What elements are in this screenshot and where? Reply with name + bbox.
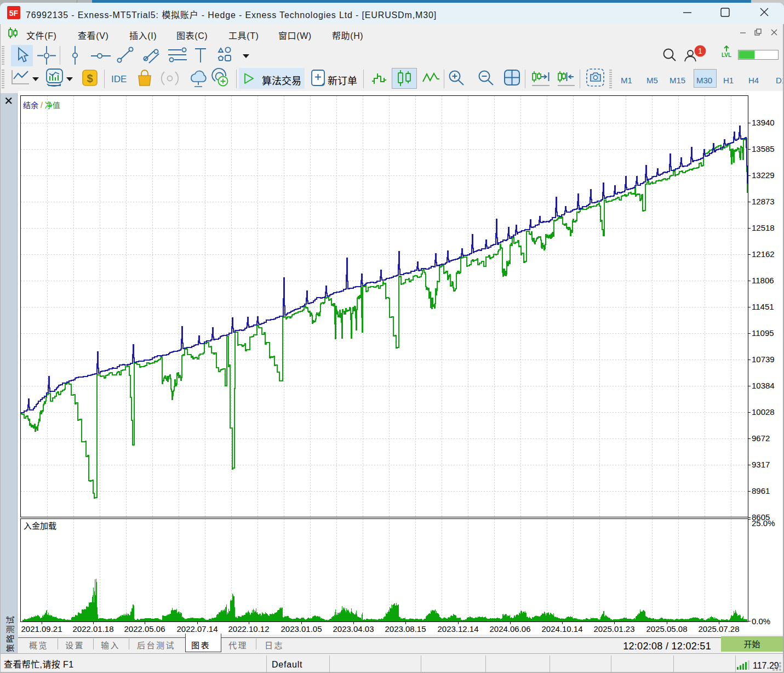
svg-text:2024.10.14: 2024.10.14 bbox=[541, 623, 582, 634]
svg-text:25.0%: 25.0% bbox=[752, 517, 775, 528]
svg-text:8961: 8961 bbox=[752, 484, 770, 496]
svg-text:2023.08.15: 2023.08.15 bbox=[385, 623, 426, 634]
svg-text:2022.07.14: 2022.07.14 bbox=[176, 623, 218, 634]
svg-text:2024.06.06: 2024.06.06 bbox=[489, 623, 530, 634]
svg-text:10384: 10384 bbox=[752, 379, 775, 391]
svg-text:9317: 9317 bbox=[752, 458, 770, 470]
svg-text:11451: 11451 bbox=[752, 300, 774, 312]
svg-text:10739: 10739 bbox=[752, 353, 775, 364]
svg-text:2022.05.06: 2022.05.06 bbox=[124, 623, 165, 634]
svg-text:10028: 10028 bbox=[752, 406, 775, 417]
svg-text:12162: 12162 bbox=[752, 248, 775, 259]
svg-text:2025.07.28: 2025.07.28 bbox=[698, 623, 739, 634]
svg-text:11806: 11806 bbox=[752, 274, 774, 286]
svg-text:12518: 12518 bbox=[752, 221, 775, 233]
svg-text:$: $ bbox=[87, 72, 93, 84]
svg-text:13940: 13940 bbox=[752, 116, 775, 128]
svg-text:2023.12.14: 2023.12.14 bbox=[437, 623, 478, 634]
svg-text:2023.01.05: 2023.01.05 bbox=[281, 623, 322, 634]
svg-text:2025.05.08: 2025.05.08 bbox=[646, 623, 687, 634]
svg-text:2022.01.18: 2022.01.18 bbox=[72, 623, 113, 634]
svg-text:13585: 13585 bbox=[752, 142, 775, 154]
svg-text:2023.04.03: 2023.04.03 bbox=[333, 623, 374, 634]
svg-text:12873: 12873 bbox=[752, 195, 775, 207]
svg-text:0.0%: 0.0% bbox=[752, 615, 770, 626]
svg-text:2021.09.21: 2021.09.21 bbox=[21, 623, 62, 634]
svg-text:9672: 9672 bbox=[752, 432, 770, 443]
svg-text:LVL: LVL bbox=[722, 52, 731, 58]
svg-text:2022.10.12: 2022.10.12 bbox=[228, 623, 269, 634]
svg-text:1: 1 bbox=[698, 47, 702, 55]
svg-text:2025.01.23: 2025.01.23 bbox=[593, 623, 634, 634]
svg-text:11095: 11095 bbox=[752, 327, 774, 338]
svg-text:IDE: IDE bbox=[111, 74, 127, 84]
svg-text:13229: 13229 bbox=[752, 169, 775, 180]
